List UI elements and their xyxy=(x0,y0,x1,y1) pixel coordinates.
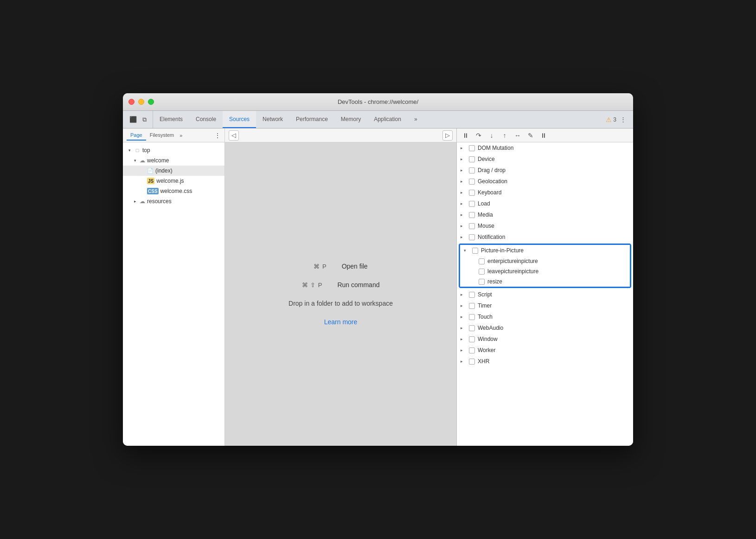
tab-sources[interactable]: Sources xyxy=(223,111,256,128)
event-group-item-touch[interactable]: Touch xyxy=(457,311,633,322)
ev-checkbox-resize[interactable] xyxy=(479,279,485,285)
ev-label-media: Media xyxy=(478,212,493,218)
tree-arrow-js xyxy=(140,178,145,184)
ev-checkbox-leave-pip[interactable] xyxy=(479,269,485,275)
event-group-item-timer[interactable]: Timer xyxy=(457,300,633,311)
ev-arrow-webaudio xyxy=(461,326,466,330)
sidebar-tab-more[interactable]: » xyxy=(179,133,182,138)
device-icon[interactable]: ⧉ xyxy=(140,115,149,124)
maximize-button[interactable] xyxy=(148,99,154,105)
cursor-icon[interactable]: ⬛ xyxy=(128,115,138,124)
learn-more-link[interactable]: Learn more xyxy=(324,318,358,326)
tab-memory[interactable]: Memory xyxy=(334,111,367,128)
ev-label-leave-pip: leavepictureinpicture xyxy=(487,268,538,275)
tree-label-resources: resources xyxy=(147,198,172,205)
minimize-button[interactable] xyxy=(138,99,144,105)
ev-arrow-touch xyxy=(461,314,466,319)
pause-exceptions-btn[interactable]: ⏸ xyxy=(538,130,549,141)
event-group-item-notification[interactable]: Notification xyxy=(457,231,633,243)
event-group-item-dom-mutation[interactable]: DOM Mutation xyxy=(457,142,633,154)
step-over-btn[interactable]: ↷ xyxy=(474,130,484,141)
pause-btn[interactable]: ⏸ xyxy=(461,130,471,141)
ev-checkbox-xhr[interactable] xyxy=(469,359,475,365)
event-group-item-device[interactable]: Device xyxy=(457,154,633,165)
event-sub-item-resize[interactable]: resize xyxy=(460,276,630,287)
ev-checkbox-script[interactable] xyxy=(469,292,475,298)
ev-checkbox-drag[interactable] xyxy=(469,167,475,173)
close-button[interactable] xyxy=(128,99,135,105)
ev-arrow-dom-mutation xyxy=(461,146,466,150)
ev-arrow-timer xyxy=(461,303,466,308)
event-sub-item-enter-pip[interactable]: enterpictureinpicture xyxy=(460,256,630,266)
step-into-btn[interactable]: ↓ xyxy=(487,130,497,141)
menu-icon[interactable]: ⋮ xyxy=(618,115,628,124)
shortcut-run-command-label: Run command xyxy=(337,281,379,289)
event-group-item-geolocation[interactable]: Geolocation xyxy=(457,176,633,187)
ev-checkbox-notification[interactable] xyxy=(469,234,475,240)
event-group-item-load[interactable]: Load xyxy=(457,198,633,209)
expand-right-btn[interactable]: ▷ xyxy=(442,130,453,141)
traffic-lights xyxy=(128,99,154,105)
shortcut-open-file-label: Open file xyxy=(342,263,368,270)
tree-item-welcomejs[interactable]: JS welcome.js xyxy=(123,176,224,186)
tabbar: ⬛ ⧉ Elements Console Sources Network Per… xyxy=(123,111,633,128)
event-group-item-window[interactable]: Window xyxy=(457,334,633,345)
event-group-item-keyboard[interactable]: Keyboard xyxy=(457,187,633,198)
ev-checkbox-touch[interactable] xyxy=(469,314,475,320)
window-title: DevTools - chrome://welcome/ xyxy=(338,98,418,105)
ev-label-script: Script xyxy=(478,291,492,298)
ev-arrow-xhr xyxy=(461,359,466,364)
step-btn[interactable]: ↔ xyxy=(513,130,523,141)
step-out-btn[interactable]: ↑ xyxy=(500,130,510,141)
sidebar-menu-button[interactable]: ⋮ xyxy=(214,132,221,139)
tab-more[interactable]: » xyxy=(408,111,424,128)
warning-badge[interactable]: ⚠ 3 xyxy=(606,116,616,123)
event-group-mouse: Mouse xyxy=(457,220,633,231)
tree-item-index[interactable]: 📄 (index) xyxy=(123,166,224,176)
center-content: ⌘ P Open file ⌘ ⇧ P Run command Drop in … xyxy=(225,142,456,446)
collapse-left-btn[interactable]: ◁ xyxy=(229,130,239,141)
deactivate-btn[interactable]: ✎ xyxy=(525,130,536,141)
event-group-item-drag[interactable]: Drag / drop xyxy=(457,165,633,176)
ev-checkbox-geolocation[interactable] xyxy=(469,179,475,185)
ev-label-notification: Notification xyxy=(478,234,505,240)
event-group-item-webaudio[interactable]: WebAudio xyxy=(457,322,633,334)
ev-checkbox-keyboard[interactable] xyxy=(469,190,475,196)
ev-checkbox-window[interactable] xyxy=(469,336,475,342)
tree-item-welcomecss[interactable]: CSS welcome.css xyxy=(123,186,224,196)
tab-performance[interactable]: Performance xyxy=(289,111,334,128)
tree-item-welcome[interactable]: ☁ welcome xyxy=(123,155,224,166)
ev-checkbox-load[interactable] xyxy=(469,201,475,207)
event-group-item-mouse[interactable]: Mouse xyxy=(457,220,633,231)
tab-application[interactable]: Application xyxy=(367,111,408,128)
tree-item-resources[interactable]: ☁ resources xyxy=(123,196,224,206)
tab-network[interactable]: Network xyxy=(256,111,289,128)
sidebar-tab-page[interactable]: Page xyxy=(127,130,146,141)
event-group-item-worker[interactable]: Worker xyxy=(457,345,633,356)
right-toolbar: ⏸ ↷ ↓ ↑ ↔ ✎ ⏸ xyxy=(457,128,633,142)
ev-checkbox-webaudio[interactable] xyxy=(469,325,475,331)
ev-checkbox-media[interactable] xyxy=(469,212,475,218)
center-toolbar: ◁ ▷ xyxy=(225,128,456,142)
ev-checkbox-mouse[interactable] xyxy=(469,223,475,229)
event-group-item-media[interactable]: Media xyxy=(457,209,633,220)
tab-console[interactable]: Console xyxy=(189,111,223,128)
ev-checkbox-dom-mutation[interactable] xyxy=(469,145,475,151)
event-sub-item-leave-pip[interactable]: leavepictureinpicture xyxy=(460,266,630,276)
ev-checkbox-pip[interactable] xyxy=(472,248,478,254)
event-group-xhr: XHR xyxy=(457,356,633,367)
ev-label-load: Load xyxy=(478,200,490,207)
ev-arrow-drag xyxy=(461,168,466,173)
event-group-script: Script xyxy=(457,289,633,300)
doc-icon-index: 📄 xyxy=(147,167,154,174)
ev-checkbox-enter-pip[interactable] xyxy=(479,258,485,264)
ev-checkbox-timer[interactable] xyxy=(469,303,475,309)
event-group-item-script[interactable]: Script xyxy=(457,289,633,300)
tab-elements[interactable]: Elements xyxy=(153,111,189,128)
event-group-item-pip[interactable]: Picture-in-Picture xyxy=(460,245,630,256)
event-group-item-xhr[interactable]: XHR xyxy=(457,356,633,367)
ev-checkbox-worker[interactable] xyxy=(469,347,475,353)
sidebar-tab-filesystem[interactable]: Filesystem xyxy=(146,130,178,141)
ev-checkbox-device[interactable] xyxy=(469,156,475,162)
tree-item-top[interactable]: top xyxy=(123,145,224,155)
